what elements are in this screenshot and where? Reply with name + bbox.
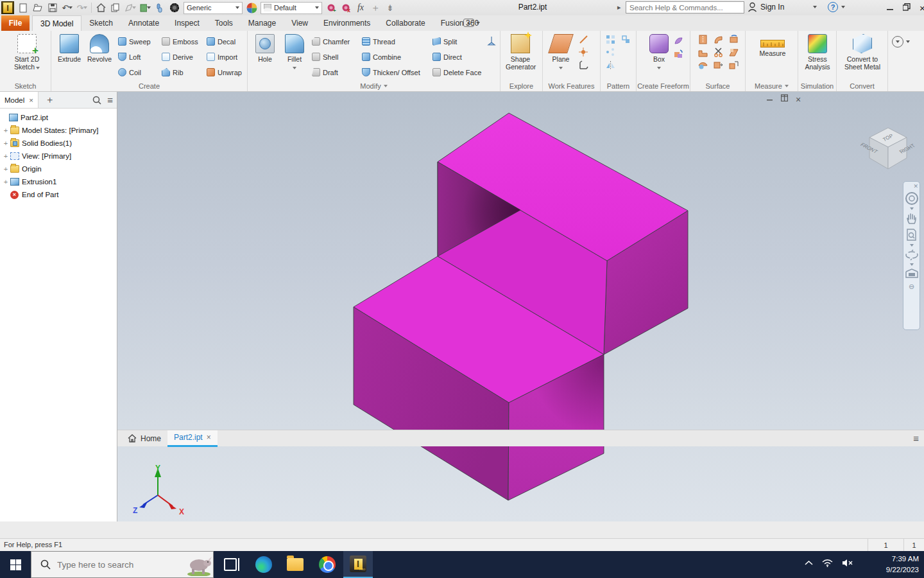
caret-icon[interactable]: [910, 207, 914, 210]
view-cube[interactable]: TOP FRONT RIGHT: [860, 123, 916, 178]
chamfer-button[interactable]: Chamfer: [312, 36, 350, 47]
convert-sheet-metal-button[interactable]: Convert to Sheet Metal: [843, 33, 882, 71]
wifi-icon[interactable]: [822, 559, 833, 567]
pan-hand-icon[interactable]: [905, 212, 918, 226]
thread-button[interactable]: Thread: [362, 36, 395, 47]
caret-icon[interactable]: [559, 67, 563, 69]
stitch-icon[interactable]: [698, 35, 708, 44]
delete-face-button[interactable]: Delete Face: [432, 67, 481, 78]
plane-button[interactable]: Plane: [546, 33, 576, 71]
tap-tool-icon[interactable]: [486, 36, 497, 50]
patch-icon[interactable]: [729, 60, 739, 70]
rectangular-pattern-icon[interactable]: [606, 35, 615, 44]
sculpt-icon[interactable]: [714, 35, 723, 44]
stress-analysis-button[interactable]: Stress Analysis: [803, 33, 832, 71]
material-combo[interactable]: Generic: [184, 2, 243, 14]
rhino-image[interactable]: [184, 554, 212, 576]
box-button[interactable]: Box: [644, 33, 674, 71]
close-icon[interactable]: ×: [29, 96, 33, 104]
extend-surface-icon[interactable]: [714, 60, 723, 70]
close-icon[interactable]: ×: [920, 3, 924, 13]
trim-icon[interactable]: [714, 48, 723, 57]
unwrap-button[interactable]: Unwrap: [207, 67, 242, 78]
add-browser-tab-icon[interactable]: ＋: [45, 94, 55, 106]
tab-manage[interactable]: Manage: [241, 15, 284, 31]
combine-button[interactable]: Combine: [362, 51, 401, 62]
replace-face-icon[interactable]: [729, 35, 739, 44]
split-button[interactable]: Split: [432, 36, 457, 47]
caret-icon[interactable]: [841, 6, 845, 8]
help-control[interactable]: ?: [828, 2, 845, 12]
extrude-button[interactable]: Extrude: [55, 33, 84, 63]
browser-menu-icon[interactable]: ≡: [107, 94, 113, 105]
doc-tab-home[interactable]: Home: [121, 430, 167, 447]
zoom-icon[interactable]: [905, 228, 918, 242]
taskbar-search[interactable]: [31, 551, 214, 578]
appearance-combo[interactable]: Default: [261, 2, 322, 14]
caret-icon[interactable]: [384, 85, 388, 87]
caret-icon[interactable]: [910, 244, 914, 247]
open-file-icon[interactable]: [32, 2, 44, 13]
caret-icon[interactable]: [910, 263, 914, 266]
caret-icon[interactable]: [657, 67, 661, 69]
thicken-offset-button[interactable]: Thicken/ Offset: [362, 67, 420, 78]
volume-muted-icon[interactable]: [842, 559, 853, 567]
caret-icon[interactable]: [785, 85, 789, 87]
tree-item-extrusion1[interactable]: +Extrusion1: [1, 175, 56, 188]
expand-icon[interactable]: +: [1, 127, 10, 134]
undo-icon[interactable]: ↶: [62, 2, 73, 13]
restore-icon[interactable]: [903, 3, 911, 13]
rib-button[interactable]: Rib: [162, 67, 184, 78]
sketch-pattern-icon[interactable]: [621, 35, 631, 44]
search-expand-arrow-icon[interactable]: ▸: [617, 3, 621, 12]
sign-in-control[interactable]: Sign In: [748, 2, 817, 12]
point-icon[interactable]: [579, 48, 588, 57]
ribbon-display-toggle[interactable]: ▲: [463, 18, 483, 28]
redo-icon[interactable]: ↷: [76, 2, 88, 13]
help-search-box[interactable]: [626, 1, 744, 13]
draft-button[interactable]: Draft: [312, 67, 338, 78]
close-icon[interactable]: ✕: [913, 183, 918, 189]
ruled-surface-icon[interactable]: [729, 48, 739, 57]
part-extrusion-geometry[interactable]: [117, 92, 924, 521]
taskbar-clock[interactable]: 7:39 AM 9/22/2023: [886, 554, 919, 575]
hole-button[interactable]: Hole: [250, 33, 280, 63]
ribbon-overflow[interactable]: [892, 36, 910, 48]
tab-sketch[interactable]: Sketch: [81, 15, 121, 31]
caret-icon[interactable]: [476, 22, 480, 24]
hidden-icons-chevron-icon[interactable]: [805, 560, 813, 566]
freeform-face-icon[interactable]: [674, 36, 683, 46]
search-icon[interactable]: [92, 96, 101, 105]
navbar-collapse-icon[interactable]: ⊖: [909, 283, 914, 291]
tab-tools[interactable]: Tools: [207, 15, 241, 31]
caret-icon[interactable]: [293, 67, 296, 69]
caret-icon[interactable]: [906, 40, 910, 43]
boundary-patch-icon[interactable]: [698, 48, 708, 57]
loft-button[interactable]: Loft: [118, 51, 141, 62]
expand-icon[interactable]: +: [1, 165, 10, 173]
taskbar-search-input[interactable]: [57, 560, 179, 570]
qat-overflow-icon[interactable]: ⇟: [384, 2, 396, 13]
shape-generator-button[interactable]: Shape Generator: [506, 33, 535, 71]
doc-tabs-menu-icon[interactable]: ≡: [913, 433, 919, 444]
look-at-icon[interactable]: [905, 268, 919, 281]
direct-button[interactable]: Direct: [432, 51, 462, 62]
expand-icon[interactable]: +: [1, 152, 10, 160]
tree-item-view-primary[interactable]: +View: [Primary]: [1, 150, 71, 162]
circular-pattern-icon[interactable]: [606, 48, 615, 57]
browser-tab-model[interactable]: Model ×: [0, 92, 38, 108]
caret-icon[interactable]: [235, 6, 239, 9]
parameters-fx-icon[interactable]: fx: [355, 2, 366, 13]
close-icon[interactable]: ×: [207, 433, 211, 442]
decal-button[interactable]: Decal: [207, 36, 235, 47]
save-icon[interactable]: [47, 2, 58, 13]
mirror-icon[interactable]: [606, 60, 615, 70]
measure-button[interactable]: Measure: [756, 33, 789, 57]
home-icon[interactable]: [95, 2, 107, 13]
doc-minimize-icon[interactable]: [767, 94, 773, 105]
caret-icon[interactable]: [315, 6, 319, 9]
shell-button[interactable]: Shell: [312, 51, 338, 62]
tab-collaborate[interactable]: Collaborate: [378, 15, 432, 31]
import-button[interactable]: Import: [207, 51, 237, 62]
fillet-button[interactable]: Fillet: [280, 33, 309, 71]
